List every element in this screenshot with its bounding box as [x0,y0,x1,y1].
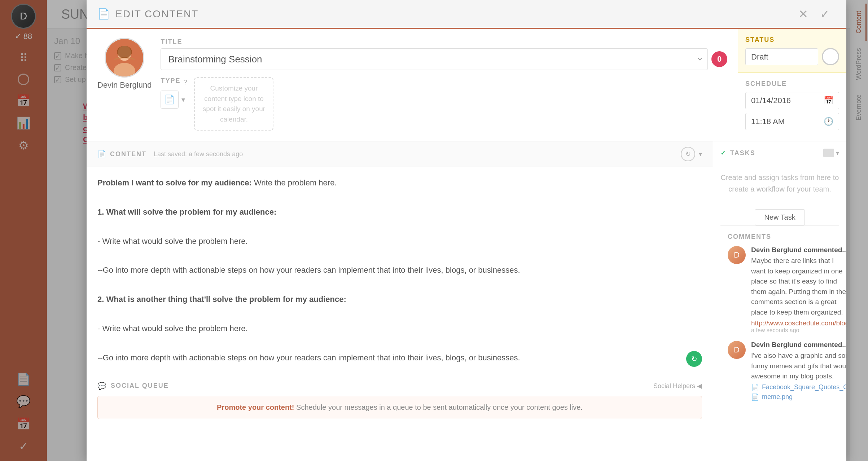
social-helpers-btn[interactable]: Social Helpers ◀ [653,382,702,390]
profile-title-section: Devin Berglund TITLE Brainstorming Sessi… [87,29,738,141]
svg-point-4 [117,46,132,58]
comment-avatar-image-2: D [728,341,746,359]
social-header: 💬 SOCIAL QUEUE Social Helpers ◀ [97,382,702,390]
schedule-panel: SCHEDULE 01/14/2016 📅 11:18 AM 🕐 [738,73,846,141]
modal-content-area: 📄 CONTENT Last saved: a few seconds ago … [87,141,713,461]
attachment-filename-1: Facebook_Square_Quotes_Click.png [762,383,846,391]
refresh-button[interactable]: ↻ [686,351,702,367]
editor-line-6: - Write what would solve the problem her… [97,322,702,335]
title-input-wrapper: Brainstorming Session 0 [161,48,727,70]
status-select[interactable]: Draft [745,48,818,65]
editor-last-line-wrapper: --Go into more depth with actionable ste… [97,351,702,367]
tasks-grid-view[interactable] [823,149,834,157]
title-label: TITLE [161,38,727,45]
type-section: TYPE ? 📄 ▾ Customize your content type i… [161,77,727,131]
modal-tasks-area: ✓ TASKS ▾ Create and assign tasks from h… [713,141,846,461]
profile-avatar[interactable] [105,38,144,78]
time-input[interactable]: 11:18 AM 🕐 [745,113,839,130]
type-help-icon[interactable]: ? [183,79,187,86]
profile-avatar-image [106,39,143,76]
comment-avatar-2: D [728,341,746,359]
content-actions: ↻ ▾ [681,147,702,161]
count-badge[interactable]: 0 [711,51,727,67]
editor-line-7: --Go into more depth with actionable ste… [97,351,520,364]
tasks-label: ✓ TASKS [720,149,755,157]
profile-name: Devin Berglund [97,80,152,90]
comment-avatar-1: D [728,246,746,264]
date-value: 01/14/2016 [751,96,821,105]
type-label: TYPE [161,77,180,85]
schedule-label: SCHEDULE [745,80,839,88]
comment-author-1: Devin Berglund commented... [751,246,846,254]
content-header: 📄 CONTENT Last saved: a few seconds ago … [87,141,713,167]
tasks-view-chevron[interactable]: ▾ [836,149,839,157]
social-label: 💬 SOCIAL QUEUE [97,382,169,390]
title-section: TITLE Brainstorming Session 0 TYPE ? [161,38,727,131]
comment-item-1: D Devin Berglund commented... Maybe ther… [728,246,832,334]
time-value: 11:18 AM [751,117,821,126]
status-toggle-area [822,48,839,65]
content-action-chevron[interactable]: ▾ [699,150,702,158]
content-label-text: CONTENT [110,150,146,158]
promote-box: Promote your content! Schedule your mess… [97,396,702,419]
content-label: 📄 CONTENT Last saved: a few seconds ago [97,150,243,158]
comment-body-1: Devin Berglund commented... Maybe there … [751,246,846,334]
comment-item-2: D Devin Berglund commented... I've also … [728,341,832,401]
title-select[interactable]: Brainstorming Session [161,48,708,70]
profile-section: Devin Berglund [97,38,152,92]
date-input[interactable]: 01/14/2016 📅 [745,92,839,109]
editor-bold-1: Problem I want to solve for my audience: [97,178,252,187]
status-row: Draft [745,48,839,65]
modal-header-icon: 📄 [97,8,110,20]
editor-line-2: 1. What will solve the problem for my au… [97,205,702,219]
comment-attachment-1[interactable]: 📄 Facebook_Square_Quotes_Click.png [751,383,846,391]
status-label: STATUS [745,36,839,44]
tasks-header: ✓ TASKS ▾ [720,149,839,157]
type-label-row: TYPE ? [161,77,187,88]
attachment-icon-1: 📄 [751,383,759,391]
attachment-icon-2: 📄 [751,393,759,401]
tasks-view-options: ▾ [823,149,839,157]
modal-header: 📄 EDIT CONTENT ✕ ✓ [87,0,846,29]
editor-area[interactable]: Problem I want to solve for my audience:… [87,167,713,376]
app-wrapper: D ✓ 88 ⠿ 📅 📊 ⚙ 📄 💬 📅 ✓ SUN Jan 10 ✓ Make… [0,0,868,461]
comment-time-1: a few seconds ago [751,327,846,334]
tasks-empty-text: Create and assign tasks from here to cre… [720,172,839,195]
type-customize-text: Customize your content type icon to spot… [194,77,273,131]
edit-content-modal: 📄 EDIT CONTENT ✕ ✓ [87,0,846,461]
status-toggle[interactable] [822,48,839,65]
comment-link-1[interactable]: http://www.coschedule.com/blog [751,319,846,327]
comment-avatar-image-1: D [728,246,746,264]
tasks-label-text: TASKS [730,149,755,157]
comment-attachment-2[interactable]: 📄 meme.png [751,393,846,401]
clock-icon[interactable]: 🕐 [824,117,833,126]
confirm-button[interactable]: ✓ [814,3,836,25]
content-icon: 📄 [97,150,106,158]
status-panel: STATUS Draft [738,29,846,73]
modal-main-split: 📄 CONTENT Last saved: a few seconds ago … [87,141,846,461]
editor-text-1: Write the problem here. [254,178,337,187]
promote-text: Schedule your messages in a queue to be … [296,403,583,411]
modal-header-title: EDIT CONTENT [115,8,792,20]
editor-line-3: - Write what would solve the problem her… [97,234,702,248]
type-icon-area: 📄 ▾ [161,91,187,109]
social-label-text: SOCIAL QUEUE [111,382,169,390]
calendar-date-icon[interactable]: 📅 [824,96,833,105]
comment-text-2: I've also have a graphic and some funny … [751,351,846,382]
social-queue-section: 💬 SOCIAL QUEUE Social Helpers ◀ Promote … [87,376,713,425]
new-task-button[interactable]: New Task [755,209,805,225]
editor-line-5: 2. What is another thing that'll solve t… [97,293,702,306]
content-saved-text: Last saved: a few seconds ago [154,150,243,158]
editor-line-1: Problem I want to solve for my audience:… [97,176,702,189]
close-button[interactable]: ✕ [792,3,814,25]
type-icon[interactable]: 📄 [161,91,179,109]
attachment-filename-2: meme.png [762,393,793,401]
social-bubble-icon: 💬 [97,382,107,390]
tasks-check-icon: ✓ [720,149,727,157]
content-action-btn[interactable]: ↻ [681,147,695,161]
comment-body-2: Devin Berglund commented... I've also ha… [751,341,846,401]
comment-author-2: Devin Berglund commented... [751,341,846,349]
type-dropdown-icon[interactable]: ▾ [181,95,185,104]
status-schedule-panel: STATUS Draft SCHEDULE 01/14/2016 � [738,29,846,141]
type-field: TYPE ? 📄 ▾ [161,77,187,109]
